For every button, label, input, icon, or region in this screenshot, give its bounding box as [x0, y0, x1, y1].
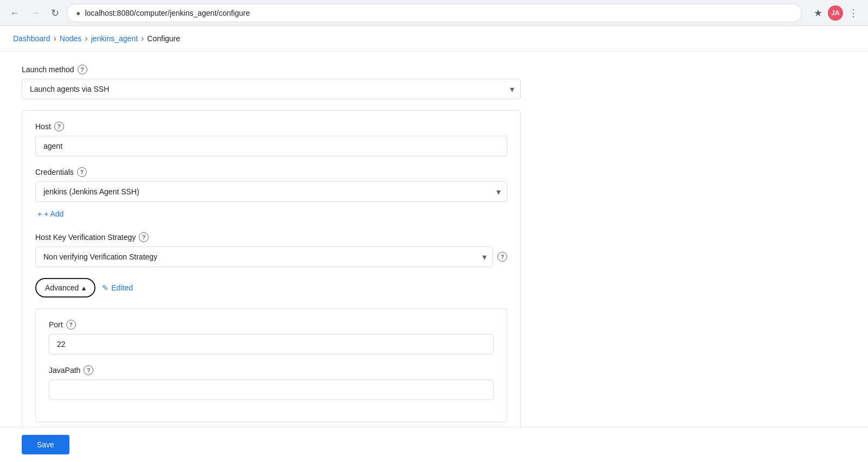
menu-button[interactable]: ⋮	[845, 5, 861, 21]
breadcrumb-sep-3: ›	[141, 34, 144, 43]
port-input[interactable]	[49, 334, 494, 355]
credentials-label: Credentials ?	[35, 167, 507, 177]
javapath-input[interactable]	[49, 379, 494, 400]
launch-method-select-wrapper: Launch agents via SSH Launch agent via e…	[22, 79, 521, 99]
host-help-icon[interactable]: ?	[54, 122, 64, 131]
credentials-section: Credentials ? jenkins (Jenkins Agent SSH…	[35, 167, 507, 221]
port-label: Port ?	[49, 320, 494, 330]
forward-button[interactable]: →	[27, 6, 43, 20]
hkv-inline-help-icon[interactable]: ?	[497, 252, 507, 262]
breadcrumb-jenkins-agent[interactable]: jenkins_agent	[91, 34, 138, 43]
form-area: Launch method ? Launch agents via SSH La…	[0, 52, 542, 462]
ssh-section: Host ? Credentials ? jenkins (Jenkins Ag…	[22, 110, 521, 434]
launch-method-label: Launch method ?	[22, 65, 521, 74]
add-credentials-button[interactable]: + + Add	[35, 206, 66, 221]
breadcrumb-sep-2: ›	[85, 34, 87, 43]
host-label: Host ?	[35, 122, 507, 131]
credentials-select[interactable]: jenkins (Jenkins Agent SSH) - none -	[35, 181, 507, 202]
port-help-icon[interactable]: ?	[66, 320, 76, 330]
hkv-row: Non verifying Verification Strategy Know…	[35, 246, 507, 267]
lock-icon: ●	[76, 9, 80, 17]
javapath-label: JavaPath ?	[49, 365, 494, 375]
host-key-verification-section: Host Key Verification Strategy ? Non ver…	[35, 232, 507, 267]
host-key-verification-label: Host Key Verification Strategy ?	[35, 232, 507, 242]
back-button[interactable]: ←	[7, 6, 23, 20]
address-bar[interactable]: ● localhost:8080/computer/jenkins_agent/…	[67, 4, 802, 22]
advanced-row: Advanced ▴ ✎ Edited	[35, 278, 507, 298]
javapath-help-icon[interactable]: ?	[84, 365, 93, 375]
launch-method-section: Launch method ? Launch agents via SSH La…	[22, 65, 521, 99]
breadcrumb: Dashboard › Nodes › jenkins_agent › Conf…	[0, 26, 868, 52]
credentials-select-wrapper: jenkins (Jenkins Agent SSH) - none - ▾	[35, 181, 507, 202]
reload-button[interactable]: ↻	[48, 6, 62, 20]
host-key-verification-select[interactable]: Non verifying Verification Strategy Know…	[35, 246, 493, 267]
browser-chrome: ← → ↻ ● localhost:8080/computer/jenkins_…	[0, 0, 868, 26]
breadcrumb-sep-1: ›	[54, 34, 56, 43]
page-content: Dashboard › Nodes › jenkins_agent › Conf…	[0, 26, 868, 462]
credentials-help-icon[interactable]: ?	[77, 167, 87, 177]
avatar: JA	[828, 5, 843, 21]
javapath-section: JavaPath ?	[49, 365, 494, 400]
advanced-section: Port ? JavaPath ?	[35, 308, 507, 422]
edited-label[interactable]: ✎ Edited	[102, 283, 133, 292]
hkv-inner-wrapper: Non verifying Verification Strategy Know…	[35, 246, 493, 267]
launch-method-select[interactable]: Launch agents via SSH Launch agent via e…	[22, 79, 521, 99]
hkv-select-wrapper: Non verifying Verification Strategy Know…	[35, 246, 493, 267]
host-section: Host ?	[35, 122, 507, 156]
save-button[interactable]: Save	[22, 435, 69, 454]
url-text: localhost:8080/computer/jenkins_agent/co…	[85, 9, 250, 17]
host-key-verification-help-icon[interactable]: ?	[139, 232, 149, 242]
launch-method-help-icon[interactable]: ?	[78, 65, 87, 74]
save-bar: Save	[0, 427, 868, 462]
pencil-icon: ✎	[102, 283, 108, 292]
port-section: Port ?	[49, 320, 494, 355]
advanced-button[interactable]: Advanced ▴	[35, 278, 95, 298]
host-input[interactable]	[35, 136, 507, 156]
breadcrumb-dashboard[interactable]: Dashboard	[13, 34, 50, 43]
breadcrumb-configure: Configure	[147, 34, 180, 43]
plus-icon: +	[37, 210, 42, 218]
bookmark-button[interactable]: ★	[810, 5, 826, 21]
breadcrumb-nodes[interactable]: Nodes	[60, 34, 81, 43]
advanced-chevron-icon: ▴	[82, 283, 86, 292]
browser-actions: ★ JA ⋮	[810, 5, 861, 21]
